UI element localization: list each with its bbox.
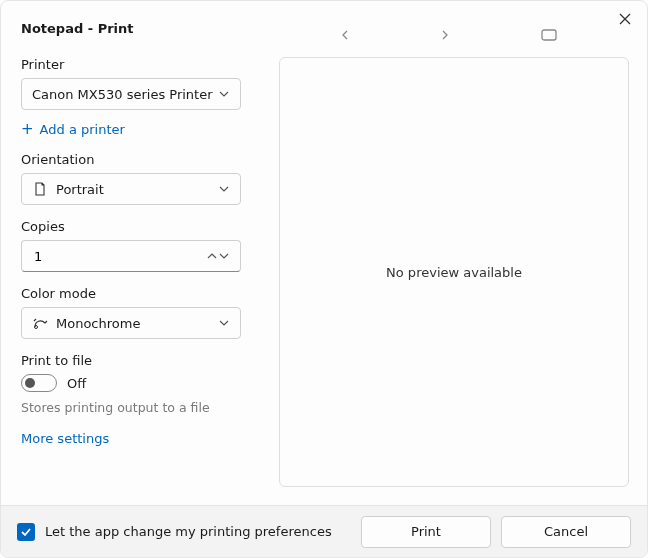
chevron-down-icon[interactable] <box>218 241 230 271</box>
more-settings-link[interactable]: More settings <box>21 431 109 446</box>
svg-point-1 <box>34 326 37 329</box>
print-to-file-state: Off <box>67 376 86 391</box>
preview-message: No preview available <box>386 265 522 280</box>
chevron-down-icon <box>218 88 230 100</box>
chevron-up-icon[interactable] <box>206 241 218 271</box>
printer-label: Printer <box>21 57 241 72</box>
add-printer-link[interactable]: Add a printer <box>21 120 125 138</box>
orientation-value: Portrait <box>56 182 218 197</box>
copies-label: Copies <box>21 219 241 234</box>
orientation-label: Orientation <box>21 152 241 167</box>
color-mode-select[interactable]: Monochrome <box>21 307 241 339</box>
orientation-select[interactable]: Portrait <box>21 173 241 205</box>
svg-rect-0 <box>542 30 556 40</box>
print-to-file-label: Print to file <box>21 353 241 368</box>
footer: Let the app change my printing preferenc… <box>1 505 647 557</box>
print-to-file-toggle[interactable] <box>21 374 57 392</box>
prev-page-icon[interactable] <box>341 30 361 40</box>
monochrome-icon <box>32 315 48 331</box>
print-to-file-hint: Stores printing output to a file <box>21 400 241 415</box>
close-icon[interactable] <box>617 11 633 27</box>
fit-page-icon[interactable] <box>541 29 561 41</box>
next-page-icon[interactable] <box>441 30 461 40</box>
printer-select[interactable]: Canon MX530 series Printer <box>21 78 241 110</box>
preferences-checkbox[interactable] <box>17 523 35 541</box>
preferences-label: Let the app change my printing preferenc… <box>45 524 351 539</box>
printer-value: Canon MX530 series Printer <box>32 87 218 102</box>
color-mode-value: Monochrome <box>56 316 218 331</box>
print-button[interactable]: Print <box>361 516 491 548</box>
preview-nav <box>341 29 561 41</box>
chevron-down-icon <box>218 183 230 195</box>
dialog-title: Notepad - Print <box>21 21 134 36</box>
chevron-down-icon <box>218 317 230 329</box>
cancel-button[interactable]: Cancel <box>501 516 631 548</box>
copies-stepper[interactable] <box>21 240 241 272</box>
portrait-icon <box>32 181 48 197</box>
copies-input[interactable] <box>32 248 206 265</box>
color-mode-label: Color mode <box>21 286 241 301</box>
preview-pane: No preview available <box>279 57 629 487</box>
